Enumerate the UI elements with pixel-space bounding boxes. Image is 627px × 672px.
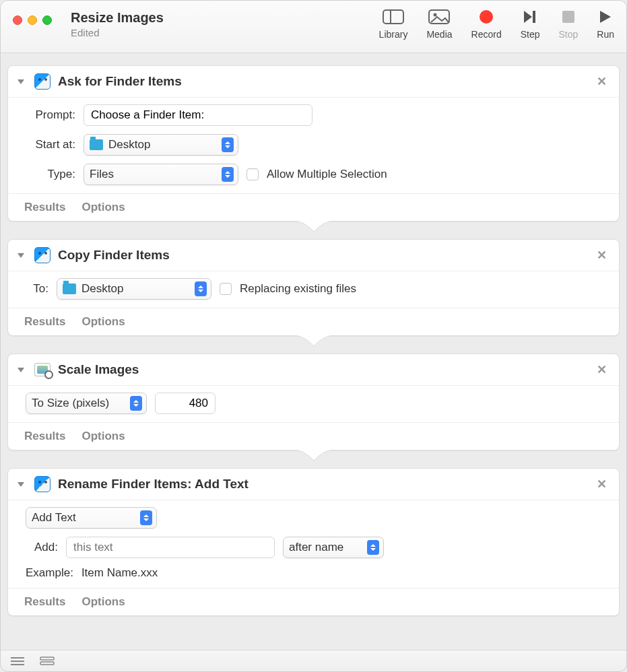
results-button[interactable]: Results xyxy=(24,595,65,609)
to-popup[interactable]: Desktop xyxy=(57,278,211,300)
window-title: Resize Images xyxy=(71,10,164,26)
rename-mode-popup[interactable]: Add Text xyxy=(26,507,157,529)
action-title: Rename Finder Items: Add Text xyxy=(58,477,587,492)
allow-multiple-checkbox[interactable] xyxy=(246,168,259,180)
action-title: Ask for Finder Items xyxy=(58,74,587,89)
title-block: Resize Images Edited xyxy=(71,10,164,38)
close-icon[interactable]: ✕ xyxy=(594,74,609,89)
record-label: Record xyxy=(471,29,502,40)
action-header[interactable]: Copy Finder Items ✕ xyxy=(8,240,619,271)
action-scale-images: Scale Images ✕ To Size (pixels) Results … xyxy=(7,354,620,450)
results-button[interactable]: Results xyxy=(24,315,65,329)
replace-existing-checkbox[interactable] xyxy=(220,283,232,295)
options-button[interactable]: Options xyxy=(81,430,125,443)
list-icon xyxy=(10,657,25,666)
size-input[interactable] xyxy=(155,393,216,414)
toolbar: Library Media Record Step Stop xyxy=(379,7,614,40)
finder-icon xyxy=(34,73,51,90)
type-popup[interactable]: Files xyxy=(84,164,238,185)
action-body: To: Desktop Replacing existing files xyxy=(8,271,619,308)
startat-value: Desktop xyxy=(108,138,150,152)
action-connector xyxy=(7,450,620,468)
options-button[interactable]: Options xyxy=(81,315,125,329)
variables-view-button[interactable] xyxy=(40,657,55,666)
stack-icon xyxy=(40,657,55,666)
step-icon xyxy=(523,7,537,26)
sidebar-icon xyxy=(383,7,404,26)
startat-label: Start at: xyxy=(26,138,75,152)
action-footer: Results Options xyxy=(8,588,619,615)
record-button[interactable]: Record xyxy=(471,7,502,40)
svg-rect-7 xyxy=(562,11,574,23)
position-popup[interactable]: after name xyxy=(283,537,384,558)
add-text-input[interactable] xyxy=(66,537,275,558)
prompt-input[interactable] xyxy=(84,104,312,126)
workflow-canvas[interactable]: Ask for Finder Items ✕ Prompt: Start at:… xyxy=(1,53,626,650)
zoom-window-button[interactable] xyxy=(42,15,52,25)
action-copy-finder-items: Copy Finder Items ✕ To: Desktop Replacin… xyxy=(7,239,620,336)
popup-stepper-icon xyxy=(195,281,207,296)
folder-icon xyxy=(63,283,76,294)
action-footer: Results Options xyxy=(8,422,619,450)
svg-rect-6 xyxy=(533,11,535,23)
preview-icon xyxy=(34,361,51,378)
action-header[interactable]: Scale Images ✕ xyxy=(8,354,619,386)
scale-mode-popup[interactable]: To Size (pixels) xyxy=(26,393,147,414)
library-button[interactable]: Library xyxy=(379,7,408,40)
results-button[interactable]: Results xyxy=(24,201,65,214)
close-icon[interactable]: ✕ xyxy=(594,362,609,377)
library-label: Library xyxy=(379,29,408,40)
rename-mode-value: Add Text xyxy=(32,511,76,525)
stop-label: Stop xyxy=(559,29,579,40)
status-bar xyxy=(1,650,626,671)
svg-rect-12 xyxy=(40,657,54,660)
minimize-window-button[interactable] xyxy=(28,15,37,25)
close-icon[interactable]: ✕ xyxy=(594,477,609,492)
window-controls xyxy=(13,15,52,25)
action-ask-for-finder-items: Ask for Finder Items ✕ Prompt: Start at:… xyxy=(7,65,620,222)
svg-marker-8 xyxy=(600,11,611,23)
scale-mode-value: To Size (pixels) xyxy=(32,397,109,410)
media-button[interactable]: Media xyxy=(426,7,452,40)
example-label: Example: xyxy=(26,566,73,580)
action-body: Prompt: Start at: Desktop Type: Files Al… xyxy=(8,98,619,193)
titlebar: Resize Images Edited Library Media Recor… xyxy=(1,1,626,53)
close-window-button[interactable] xyxy=(13,15,22,25)
step-button[interactable]: Step xyxy=(521,7,540,40)
add-label: Add: xyxy=(26,541,58,554)
startat-popup[interactable]: Desktop xyxy=(84,134,238,156)
prompt-label: Prompt: xyxy=(26,108,75,122)
action-title: Scale Images xyxy=(58,362,587,377)
run-button[interactable]: Run xyxy=(597,7,614,40)
disclosure-icon[interactable] xyxy=(18,482,24,487)
to-label: To: xyxy=(26,282,48,296)
media-label: Media xyxy=(426,29,452,40)
replace-existing-label: Replacing existing files xyxy=(240,282,356,296)
results-button[interactable]: Results xyxy=(24,430,65,443)
finder-icon xyxy=(34,475,51,493)
options-button[interactable]: Options xyxy=(81,595,125,609)
close-icon[interactable]: ✕ xyxy=(594,248,609,263)
type-label: Type: xyxy=(26,168,75,181)
stop-icon xyxy=(562,7,575,26)
window-subtitle: Edited xyxy=(71,27,164,38)
action-footer: Results Options xyxy=(8,308,619,335)
popup-stepper-icon xyxy=(222,167,234,182)
action-header[interactable]: Ask for Finder Items ✕ xyxy=(8,66,619,98)
svg-marker-5 xyxy=(524,11,532,23)
svg-rect-13 xyxy=(40,662,54,665)
disclosure-icon[interactable] xyxy=(18,368,24,372)
action-header[interactable]: Rename Finder Items: Add Text ✕ xyxy=(8,469,619,500)
action-footer: Results Options xyxy=(8,193,619,221)
disclosure-icon[interactable] xyxy=(18,79,24,84)
options-button[interactable]: Options xyxy=(81,201,125,214)
action-body: To Size (pixels) xyxy=(8,386,619,422)
log-view-button[interactable] xyxy=(10,657,25,666)
example-value: Item Name.xxx xyxy=(81,566,158,580)
popup-stepper-icon xyxy=(140,510,152,525)
record-icon xyxy=(478,7,494,26)
action-body: Add Text Add: after name Example: Item N… xyxy=(8,500,619,588)
stop-button[interactable]: Stop xyxy=(559,7,579,40)
action-connector xyxy=(7,336,620,354)
disclosure-icon[interactable] xyxy=(18,253,24,258)
